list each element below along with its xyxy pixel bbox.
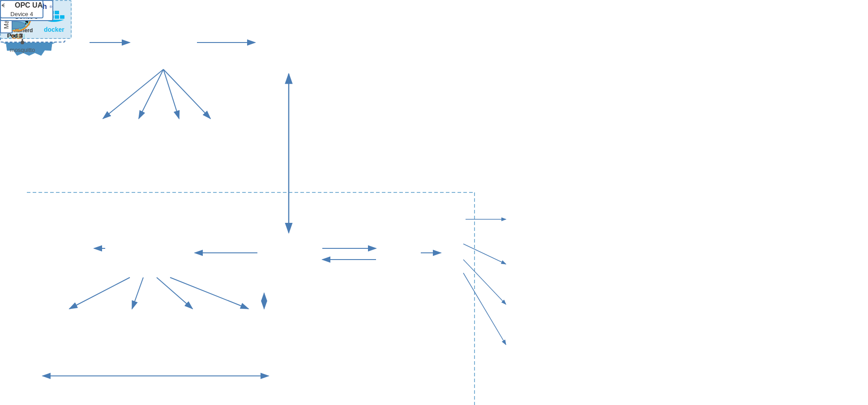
arrows-svg	[0, 0, 868, 405]
device-4-label: Device 4	[10, 11, 33, 17]
svg-line-24	[463, 244, 506, 264]
svg-rect-52	[55, 11, 59, 14]
svg-line-15	[69, 277, 130, 309]
mosquitto-label: mosquitto	[0, 47, 45, 53]
svg-line-9	[139, 69, 163, 119]
docker-label: docker	[44, 26, 64, 33]
svg-line-16	[132, 277, 143, 309]
device-4: OPC UA Device 4	[0, 0, 43, 18]
svg-line-8	[103, 69, 163, 119]
svg-line-18	[170, 277, 248, 309]
svg-line-25	[463, 260, 506, 304]
diagram-container: Cloud Edge Devices kubectl CloudCore	[0, 0, 868, 405]
svg-line-26	[463, 273, 506, 345]
svg-rect-53	[60, 15, 64, 19]
svg-point-41	[21, 41, 24, 44]
svg-line-11	[163, 69, 210, 119]
svg-line-17	[157, 277, 192, 309]
opcua-label: OPC UA	[15, 1, 43, 9]
svg-line-10	[163, 69, 179, 119]
svg-rect-51	[55, 15, 59, 19]
